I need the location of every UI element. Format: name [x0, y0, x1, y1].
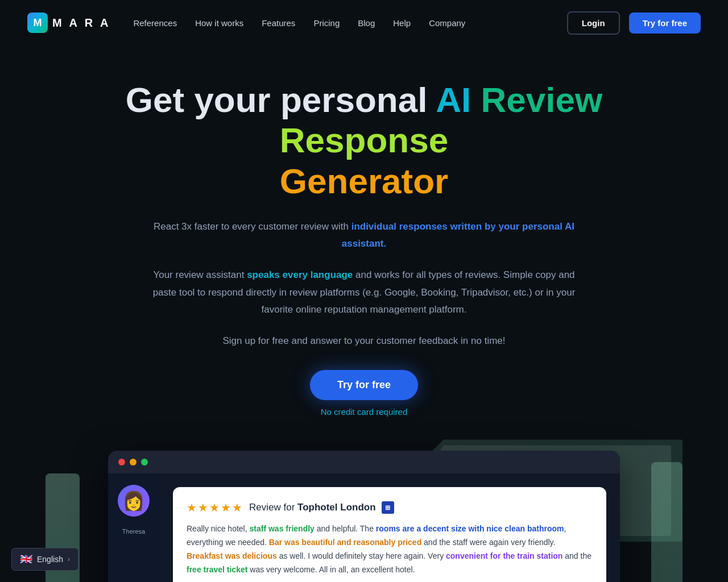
- logo-text: M A R A: [52, 16, 110, 30]
- review-hl6: free travel ticket: [187, 565, 247, 574]
- window-dot-red: [118, 459, 125, 465]
- chevron-right-icon: ›: [68, 555, 70, 563]
- hero-desc-1-text: React 3x faster to every customer review…: [154, 221, 351, 232]
- hero-title-review: Review: [481, 80, 603, 119]
- no-credit-card-text: No credit card required: [321, 407, 408, 417]
- language-flag: 🇬🇧: [20, 553, 32, 566]
- hero-cta: Try for free No credit card required: [68, 370, 660, 417]
- review-hl1: staff was friendly: [250, 524, 315, 533]
- app-window: 👩 Theresa ★★★★★ Review for Tophotel Lond…: [108, 451, 620, 582]
- language-text: English: [37, 555, 63, 564]
- login-button[interactable]: Login: [567, 11, 620, 35]
- review-text: Really nice hotel, staff was friendly an…: [187, 522, 593, 576]
- hero-section: Get your personal AI Review Response Gen…: [0, 45, 728, 439]
- review-header: ★★★★★ Review for Tophotel London ⊞: [187, 501, 593, 514]
- review-hl4: Breakfast was delicious: [187, 551, 277, 560]
- hero-title: Get your personal AI Review Response Gen…: [68, 80, 660, 201]
- nav-link-references[interactable]: References: [133, 18, 177, 28]
- nav-link-help[interactable]: Help: [393, 18, 411, 28]
- hero-desc-2: Your review assistant speaks every langu…: [142, 267, 586, 319]
- review-text-5: as well. I would definitely stay here ag…: [277, 551, 446, 560]
- nav-link-pricing[interactable]: Pricing: [313, 18, 340, 28]
- hotel-name: Tophotel London: [297, 502, 376, 513]
- try-for-free-button-hero[interactable]: Try for free: [310, 370, 418, 400]
- hero-title-response: Response: [280, 120, 448, 160]
- review-text-4: and the staff were again very friendly.: [421, 538, 555, 547]
- hero-desc-1-highlight: individual responses written by your per…: [342, 221, 574, 250]
- review-text-2: and helpful. The: [315, 524, 376, 533]
- app-sidebar: 👩 Theresa: [108, 473, 159, 582]
- hero-desc-1: React 3x faster to every customer review…: [142, 218, 586, 253]
- reviewer-name: Theresa: [122, 528, 145, 535]
- nav-link-blog[interactable]: Blog: [358, 18, 375, 28]
- review-hl2: rooms are a decent size with nice clean …: [376, 524, 564, 533]
- hero-desc-2-text: Your review assistant: [153, 269, 247, 280]
- nav-link-features[interactable]: Features: [262, 18, 295, 28]
- try-for-free-button-nav[interactable]: Try for free: [629, 13, 701, 34]
- window-dot-green: [141, 459, 148, 465]
- review-stars: ★★★★★: [187, 501, 243, 514]
- review-text-7: was very welcome. All in all, an excelle…: [247, 565, 415, 574]
- hero-title-generator: Generator: [280, 161, 448, 201]
- review-text-1: Really nice hotel,: [187, 524, 250, 533]
- hero-title-part1: Get your personal: [126, 80, 436, 119]
- right-decor-shape: [651, 462, 682, 582]
- review-hl3: Bar was beautiful and reasonably priced: [269, 538, 421, 547]
- hero-desc-2-highlight: speaks every language: [247, 269, 353, 280]
- review-hl5: convenient for the train station: [446, 551, 562, 560]
- app-body: 👩 Theresa ★★★★★ Review for Tophotel Lond…: [108, 473, 620, 582]
- demo-section: 👩 Theresa ★★★★★ Review for Tophotel Lond…: [0, 439, 728, 582]
- nav-link-how-it-works[interactable]: How it works: [195, 18, 243, 28]
- hotel-icon: ⊞: [382, 501, 394, 514]
- review-card: ★★★★★ Review for Tophotel London ⊞ Reall…: [173, 487, 606, 582]
- review-title: Review for Tophotel London: [249, 502, 376, 513]
- language-selector[interactable]: 🇬🇧 English ›: [11, 548, 78, 571]
- hero-title-ai: AI: [436, 80, 481, 119]
- logo-icon: M: [27, 13, 48, 33]
- review-for-text: Review for: [249, 502, 297, 513]
- window-dot-yellow: [130, 459, 136, 465]
- window-titlebar: [108, 451, 620, 473]
- navbar: M M A R A References How it works Featur…: [0, 0, 728, 45]
- logo[interactable]: M M A R A: [27, 13, 110, 33]
- nav-links: References How it works Features Pricing…: [133, 18, 465, 28]
- review-text-6: and the: [562, 551, 592, 560]
- reviewer-avatar: 👩: [118, 485, 150, 517]
- nav-link-company[interactable]: Company: [429, 18, 465, 28]
- nav-actions: Login Try for free: [567, 11, 701, 35]
- hero-desc-3: Sign up for free and answer to your cust…: [142, 332, 586, 350]
- app-content: ★★★★★ Review for Tophotel London ⊞ Reall…: [159, 473, 620, 582]
